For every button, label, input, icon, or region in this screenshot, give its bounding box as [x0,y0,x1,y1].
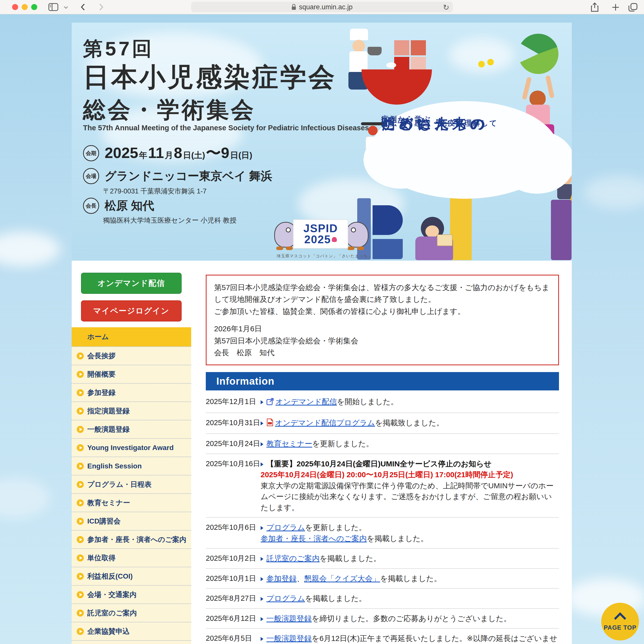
address-bar[interactable]: square.umin.ac.jp ↻ [191,2,453,12]
sidebar-item-2[interactable]: 開催概要 [72,365,191,383]
period-segment: 2025 [105,144,138,162]
news-link[interactable]: 教育セミナー [266,439,312,448]
news-link[interactable]: 一般演題登録 [266,634,312,642]
art-green-shape [518,34,558,74]
period-segment: 8 [174,144,182,162]
jspid-logo-figure [332,237,337,242]
sidebar-item-15[interactable]: 託児室のご案内 [72,603,191,622]
news-text: を掲載致しました。 [375,419,444,427]
sidebar-item-label: 企業協賛申込 [87,627,130,636]
forward-button[interactable] [99,3,104,11]
sidebar-item-14[interactable]: 会場・交通案内 [72,585,191,603]
sidebar-item-label: Young Investigator Award [87,444,174,452]
news-date: 2025年8月27日 [206,593,261,603]
news-link[interactable]: プログラム [266,594,305,602]
mypage-login-button[interactable]: マイページログイン [81,300,182,321]
news-link[interactable]: オンデマンド配信 [275,397,337,406]
sidebar-item-9[interactable]: 教育セミナー [72,493,191,512]
pdf-icon[interactable] [266,418,273,429]
sidebar-item-label: 会場・交通案内 [87,590,137,599]
news-text: 東京大学の定期電源設備保守作業に伴う停電のため、上記時間帯でUMINサーバのホー… [261,481,553,512]
sidebar-item-3[interactable]: 参加登録 [72,383,191,401]
art-cloud [364,131,439,189]
sidebar-item-1[interactable]: 会長挨拶 [72,346,191,365]
period-segment: 11 [148,144,164,162]
news-date: 2025年6月12日 [206,613,261,624]
sidebar-item-6[interactable]: Young Investigator Award [72,438,191,457]
news-link[interactable]: プログラム [266,523,305,532]
on-demand-button[interactable]: オンデマンド配信 [81,273,182,294]
sidebar-item-7[interactable]: English Session [72,457,191,475]
news-link[interactable]: 託児室のご案内 [266,554,319,562]
news-body: 【重要】2025年10月24日(金曜日)UMIN全サービス停止のお知らせ2025… [261,458,559,513]
notice-org: 第57回日本小児感染症学会総会・学術集会 [214,335,551,347]
sidebar-toggle-icon[interactable] [48,3,59,11]
news-date: 2025年10月1日 [206,573,261,584]
sidebar-item-8[interactable]: プログラム・日程表 [72,475,191,493]
page-top-button[interactable]: PAGE TOP [601,603,639,640]
news-date: 2025年10月6日 [206,522,261,533]
sidebar-item-12[interactable]: 単位取得 [72,548,191,567]
bullet-arrow-icon [261,617,263,621]
period-segment: 日(土) [182,150,206,161]
sidebar-item-label: 開催概要 [87,370,115,379]
reload-icon[interactable]: ↻ [443,3,449,12]
sidebar-chevron-icon[interactable] [63,6,68,9]
news-text: を掲載しました。 [319,554,381,562]
notice-paragraph-1: 第57回日本小児感染症学会総会・学術集会は、皆様方の多大なるご支援・ご協力のおか… [214,281,551,305]
share-icon[interactable] [591,3,599,12]
sidebar-item-label: 一般演題登録 [87,425,130,434]
main-column: 第57回日本小児感染症学会総会・学術集会は、皆様方の多大なるご支援・ご協力のおか… [206,261,559,644]
news-link[interactable]: 懇親会「クイズ大会」 [304,574,380,583]
news-link[interactable]: 一般演題登録 [266,614,312,623]
tab-overview-icon[interactable] [628,3,637,12]
news-link[interactable]: 参加登録 [266,574,297,583]
art-purple-block [551,200,572,260]
play-bullet-icon [77,389,84,396]
news-row: 2025年6月5日一般演題登録を6月12日(木)正午まで再延長いたしました。※以… [206,629,559,644]
sidebar-item-4[interactable]: 指定演題登録 [72,401,191,420]
news-row: 2025年10月1日参加登録、懇親会「クイズ大会」を掲載しました。 [206,569,559,589]
jspid-logo-line1: JSPID [303,223,338,234]
mascot-caption: 埼玉県マスコット「コバトン」「さいたまっち」 [277,254,372,259]
window-minimize-button[interactable] [22,4,28,10]
sidebar-item-13[interactable]: 利益相反(COI) [72,567,191,585]
bullet-arrow-icon [261,577,263,581]
external-link-icon[interactable] [266,397,274,408]
play-bullet-icon [77,481,84,488]
mascot-saitamatchi [345,222,369,248]
news-row: 2025年10月24日教育セミナーを更新しました。 [206,434,559,454]
sidebar-item-5[interactable]: 一般演題登録 [72,420,191,438]
play-bullet-icon [77,536,84,543]
news-text: を掲載しました。 [305,594,367,602]
news-body: オンデマンド配信プログラムを掲載致しました。 [261,417,559,429]
period-value: 2025年11月8日(土)〜9日(日) [105,143,253,163]
safari-window: square.umin.ac.jp ↻ 第57回 日本小児感染症学会 総会・学術… [0,0,644,644]
banner-title-english: The 57th Annual Meeting of the Japanese … [83,124,369,132]
news-link[interactable]: 参加者・座長・演者へのご案内 [261,534,367,543]
news-row: 2025年10月2日託児室のご案内を掲載しました。 [206,549,559,569]
news-date: 2025年10月31日 [206,417,261,428]
jspid-logo-line2: 2025 [304,234,331,245]
sidebar-item-10[interactable]: ICD講習会 [72,512,191,530]
sidebar-item-11[interactable]: 参加者・座長・演者へのご案内 [72,530,191,548]
new-tab-icon[interactable] [612,4,619,11]
news-link[interactable]: オンデマンド配信プログラム [275,419,375,427]
bullet-arrow-icon [261,597,263,601]
play-bullet-icon [77,408,84,415]
news-text: を締切りました。多数のご応募ありがとうございました。 [312,614,511,623]
sidebar-item-home[interactable]: ホーム [72,327,191,346]
period-segment: 日(日) [229,150,253,161]
sidebar-item-16[interactable]: 企業協賛申込 [72,622,191,640]
back-button[interactable] [80,3,86,11]
play-bullet-icon [77,610,84,617]
art-chef-hat [350,29,368,40]
sidebar-item-17[interactable]: 懇親会「クイズ大会」 [72,640,191,644]
window-close-button[interactable] [12,4,18,10]
window-zoom-button[interactable] [31,4,37,10]
notice-signer: 会長 松原 知代 [214,347,551,358]
art-steam [386,62,396,68]
closing-notice-box: 第57回日本小児感染症学会総会・学術集会は、皆様方の多大なるご支援・ご協力のおか… [206,275,559,365]
art-chick [478,61,485,67]
play-bullet-icon [77,554,84,561]
